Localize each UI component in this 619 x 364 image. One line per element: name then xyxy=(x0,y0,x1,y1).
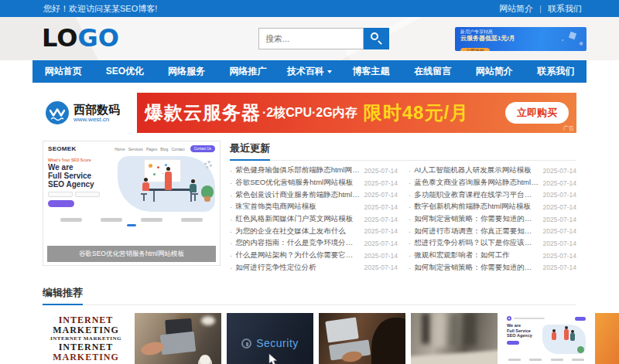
plant-decoration xyxy=(201,185,214,198)
list-item: ·谷歌SEO优化营销服务html网站模板2025-07-14 xyxy=(230,177,398,189)
promo-button[interactable]: 立即抢购 xyxy=(460,48,490,51)
west-brand-area: 西部数码 www.west.cn xyxy=(43,93,137,133)
ad-label: 广告 xyxy=(563,124,574,132)
west-brand-name: 西部数码 xyxy=(74,104,120,116)
list-item: ·紫色创意设计商业服务前端静态html5网站模板2025-07-14 xyxy=(230,189,398,201)
list-item: ·如何进行竞争性定位分析2025-07-14 xyxy=(230,262,398,274)
list-item: ·想进行竞争分析吗？以下是你应该做的7个理由2025-07-14 xyxy=(409,237,576,250)
main-nav: 网站首页 SEO优化 网络服务 网络推广 技术百科 博客主题 在线留言 网站简介… xyxy=(32,60,587,83)
main-content: SEOMEK Home Services Pages Blog Contact … xyxy=(43,141,576,274)
nav-item-network-service[interactable]: 网络服务 xyxy=(156,60,217,83)
recent-col-right: ·AI人工智能机器人研发展示网站模板2025-07-14 ·蓝色泰文商业咨询服务… xyxy=(409,165,576,274)
search-icon xyxy=(371,32,378,40)
mini-site-menu: Home Services Pages Blog Contact xyxy=(115,147,185,151)
recent-col-left: ·紫色健身瑜伽俱乐部前端静态html网站模板2025-07-14 ·谷歌SEO优… xyxy=(230,165,398,274)
recommend-header: 编辑推荐 xyxy=(43,285,576,305)
thumb-partial-next[interactable] xyxy=(595,313,619,364)
list-item: ·蓝色泰文商业咨询服务网站静态html模板2025-07-14 xyxy=(409,177,576,189)
mini-cta-button xyxy=(48,200,74,207)
nav-item-about[interactable]: 网站简介 xyxy=(463,60,525,83)
mini-illustration xyxy=(113,155,215,216)
header-promo-banner[interactable]: 新用户专享特惠 云服务器低至1元/月 立即抢购 xyxy=(455,27,587,51)
list-item: ·珠宝首饰类电商网站模板2025-07-14 xyxy=(230,201,398,213)
list-item: ·为您的企业在社交媒体上发布什么2025-07-14 xyxy=(230,225,398,237)
west-cn-ad-banner[interactable]: 西部数码 www.west.cn 爆款云服务器 ·2核CPU·2G内存 限时48… xyxy=(43,93,576,133)
nav-item-tech-wiki[interactable]: 技术百科 xyxy=(279,60,340,83)
thumb-internet-marketing[interactable]: INTERNET MARKETING INTERNET MARKETING IN… xyxy=(43,313,129,364)
recommend-title: 编辑推荐 xyxy=(43,286,83,305)
slider-pagination-dot[interactable] xyxy=(127,224,136,226)
topbar-links: 网站简介 | 联系我们 xyxy=(499,3,582,15)
chevron-down-icon xyxy=(327,70,332,73)
logo-text-blue: GO xyxy=(77,23,118,53)
nav-item-blog-theme[interactable]: 博客主题 xyxy=(340,60,402,83)
mini-site-header: SEOMEK Home Services Pages Blog Contact … xyxy=(43,141,220,154)
welcome-text: 您好！欢迎访问某某SEO博客! xyxy=(43,3,157,15)
lock-icon xyxy=(241,338,251,349)
nav-item-contact[interactable]: 联系我们 xyxy=(525,60,587,83)
nav-item-promotion[interactable]: 网络推广 xyxy=(217,60,279,83)
recommend-thumbnails: INTERNET MARKETING INTERNET MARKETING IN… xyxy=(43,313,619,364)
banner-deal-price: 限时48元/月 xyxy=(364,100,469,125)
nav-item-guestbook[interactable]: 在线留言 xyxy=(402,60,463,83)
site-logo[interactable]: LOGO xyxy=(42,24,119,52)
west-digital-logo-icon xyxy=(46,101,69,124)
security-label: Security xyxy=(256,337,299,349)
featured-slider[interactable]: SEOMEK Home Services Pages Blog Contact … xyxy=(43,141,221,266)
list-item: ·红色风格新闻媒体门户英文网站模板2025-07-14 xyxy=(230,213,398,226)
promo-line2: 云服务器低至1元/月 xyxy=(460,35,581,42)
editor-recommend-section: 编辑推荐 INTERNET MARKETING INTERNET MARKETI… xyxy=(43,285,576,364)
thumb-blurred-desk[interactable] xyxy=(411,313,498,364)
gear-icon xyxy=(204,161,212,168)
banner-headline: 爆款云服务器 xyxy=(145,100,261,125)
mini-tagline: What's Your SEO Score xyxy=(48,158,113,162)
promo-line1: 新用户专享特惠 xyxy=(460,29,581,35)
search-input[interactable] xyxy=(258,28,364,49)
search-box xyxy=(258,28,389,49)
list-item: ·您的内容指南：什么是竞争环境分析？2025-07-14 xyxy=(230,237,398,250)
figure-standing xyxy=(165,167,172,190)
list-item: ·什么是网站架构？为什么你需要它以及你如何做到2025-07-14 xyxy=(230,250,398,262)
list-item: ·紫色健身瑜伽俱乐部前端静态html网站模板2025-07-14 xyxy=(230,165,398,177)
slider-caption[interactable]: 谷歌SEO优化营销服务html网站模板 xyxy=(47,246,216,262)
mini-hero-copy: What's Your SEO Score We are Full Servic… xyxy=(48,155,113,216)
site-header: LOGO 新用户专享特惠 云服务器低至1元/月 立即抢购 xyxy=(0,17,619,60)
figure-sitting-right xyxy=(190,179,197,192)
search-button[interactable] xyxy=(364,28,389,49)
list-item: ·微观和宏观影响者：如何工作2025-07-14 xyxy=(409,250,576,262)
list-item: ·AI人工智能机器人研发展示网站模板2025-07-14 xyxy=(409,165,576,177)
list-item: ·多功能职业教育课程在线学习平台网站模板2025-07-14 xyxy=(409,189,576,201)
figure-sitting-left xyxy=(142,178,149,191)
mini-hero: What's Your SEO Score We are Full Servic… xyxy=(43,154,220,216)
mini-contact-button: Contact Us xyxy=(190,145,215,152)
banner-specs: ·2核CPU·2G内存 xyxy=(262,105,357,121)
thumb-over-shoulder-typing[interactable] xyxy=(319,313,405,364)
recent-updates-section: 最近更新 ·紫色健身瑜伽俱乐部前端静态html网站模板2025-07-14 ·谷… xyxy=(230,141,576,274)
recent-updates-title: 最近更新 xyxy=(230,141,270,161)
nav-item-seo[interactable]: SEO优化 xyxy=(94,60,156,83)
logo-text-black: LO xyxy=(42,23,77,53)
recent-updates-header: 最近更新 xyxy=(230,141,576,161)
buy-now-button[interactable]: 立即购买 xyxy=(505,102,569,124)
top-bar: 您好！欢迎访问某某SEO博客! 网站简介 | 联系我们 xyxy=(0,0,619,17)
list-item: ·数字创新机构前端静态html网站模板2025-07-14 xyxy=(409,201,576,213)
mini-input-fields xyxy=(48,192,113,197)
list-item: ·如何进行市场调查：你真正需要知道的2025-07-14 xyxy=(409,225,576,237)
list-item: ·如何制定营销策略：你需要知道的一切2025-07-14 xyxy=(409,213,576,226)
list-item: ·如何制定营销策略：你需要知道的一切2025-07-14 xyxy=(409,262,576,274)
topbar-link-about[interactable]: 网站简介 xyxy=(499,3,533,15)
thumb-typing-laptop[interactable] xyxy=(135,313,221,364)
cursor-icon xyxy=(267,353,278,364)
nav-item-home[interactable]: 网站首页 xyxy=(32,60,94,83)
thumb-seo-agency-template[interactable]: We are Full Service SEO Agency xyxy=(503,313,590,364)
topbar-link-contact[interactable]: 联系我们 xyxy=(548,3,582,15)
partner-logos xyxy=(43,218,220,222)
topbar-divider: | xyxy=(539,4,542,13)
thumb-security[interactable]: Security xyxy=(227,313,313,364)
west-offer-area: 爆款云服务器 ·2核CPU·2G内存 限时48元/月 立即购买 广告 xyxy=(137,93,576,133)
mini-title: We are Full Service SEO Agency xyxy=(48,163,113,189)
mini-site-logo: SEOMEK xyxy=(48,145,76,152)
west-domain: www.west.cn xyxy=(74,116,120,123)
